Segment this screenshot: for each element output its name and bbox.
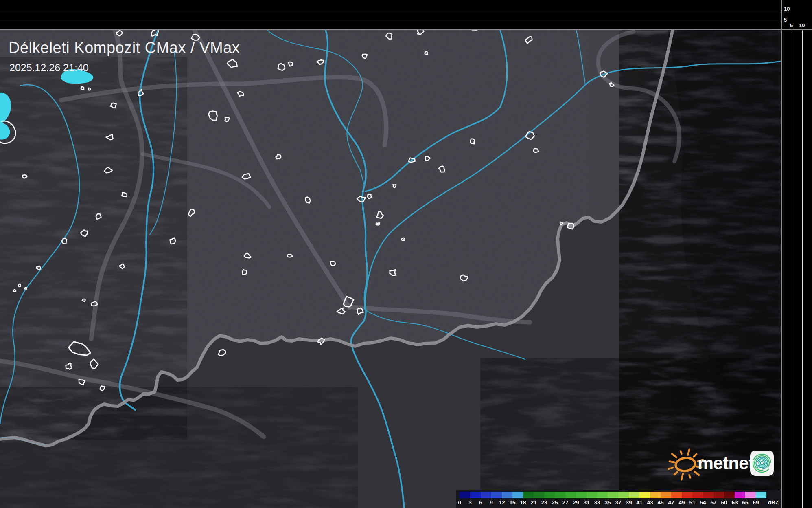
colorbar-cell-25 (555, 492, 565, 498)
colorbar-cell-23 (544, 492, 555, 498)
colorbar-cell-43 (650, 492, 661, 498)
colorbar-cell-66 (745, 492, 756, 498)
colorbar-cell-29 (576, 492, 587, 498)
height-gridline-10km (802, 30, 803, 508)
colorbar-cell-31 (587, 492, 597, 498)
colorbar-cell-12 (502, 492, 512, 498)
colorbar-cell-27 (565, 492, 576, 498)
colorbar-cell-45 (661, 492, 671, 498)
map-right-frame (781, 0, 782, 508)
colorbar-cell-54 (703, 492, 714, 498)
map-top-frame (0, 29, 812, 30)
colorbar-cell-51 (692, 492, 703, 498)
page-title: Délkeleti Kompozit CMax / VMax (9, 39, 240, 57)
settlement-outline (24, 287, 27, 289)
right-axis-tick-10: 10 (799, 22, 805, 29)
height-gridline-10km (0, 10, 781, 10)
colorbar-cell-0 (460, 492, 470, 498)
top-axis-tick-5: 5 (784, 17, 787, 23)
colorbar-cell-63 (735, 492, 745, 498)
colorbar-cell-15 (512, 492, 523, 498)
vmax-top-profile-panel: 10 5 5 10 (0, 0, 812, 29)
colorbar-cell-3 (470, 492, 481, 498)
colorbar-cell-57 (714, 492, 724, 498)
colorbar-cell-33 (597, 492, 608, 498)
metnet-logo: metnet (668, 445, 777, 481)
colorbar-cell-37 (618, 492, 629, 498)
top-axis-tick-10: 10 (784, 6, 790, 12)
colorbar-cell-41 (639, 492, 650, 498)
logo-wordmark: metnet (698, 453, 754, 473)
colorbar-cell-6 (481, 492, 491, 498)
colorbar-label: 69 (749, 499, 763, 506)
colorbar-cell-49 (682, 492, 692, 498)
height-gridline-5km (0, 20, 781, 20)
timestamp: 2025.12.26 21:40 (9, 62, 89, 74)
colorbar-unit-label: dBZ (764, 499, 782, 506)
right-axis-tick-5: 5 (790, 22, 793, 29)
radar-map (0, 0, 781, 508)
vmax-side-profile-panel (782, 30, 812, 508)
colorbar-cell-39 (629, 492, 639, 498)
colorbar-cell-35 (608, 492, 618, 498)
dbz-colorbar: 0369121518212325272931333537394143454749… (456, 490, 781, 508)
colorbar-cell-47 (671, 492, 682, 498)
colorbar-cell-60 (724, 492, 735, 498)
colorbar-cell-21 (534, 492, 544, 498)
height-gridline-5km (792, 30, 792, 508)
colorbar-cell-9 (491, 492, 502, 498)
colorbar-cell-69 (756, 492, 766, 498)
colorbar-cell-18 (523, 492, 534, 498)
radar-composite-screen: 10 5 5 10 Délkeleti Kompozit CMax / VMax… (0, 0, 812, 508)
